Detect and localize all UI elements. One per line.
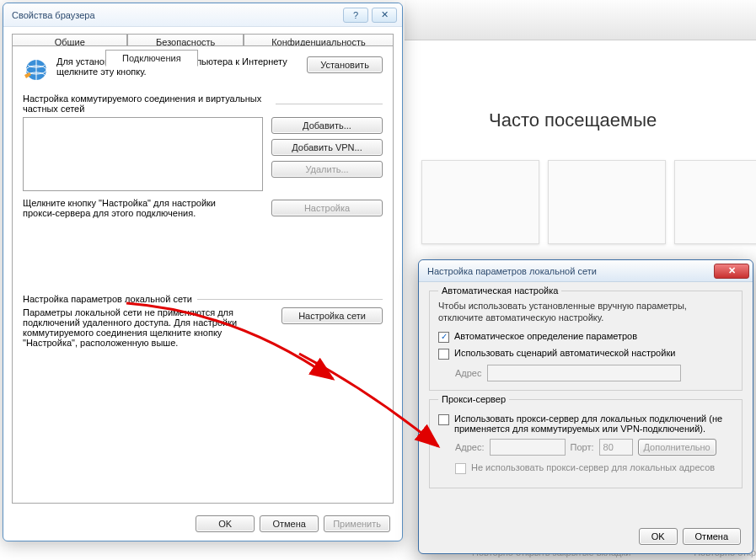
dialog-title: Настройка параметров локальной сети <box>427 266 714 276</box>
bypass-local-checkbox <box>455 463 466 474</box>
ok-button[interactable]: OK <box>196 515 255 532</box>
proxy-advanced-button: Дополнительно <box>638 439 716 456</box>
ok-button[interactable]: OK <box>639 528 678 545</box>
browser-toolbar <box>405 0 756 40</box>
delete-button: Удалить... <box>271 161 383 178</box>
help-button[interactable]: ? <box>343 8 368 23</box>
add-vpn-button[interactable]: Добавить VPN... <box>271 139 383 156</box>
thumbnails-row <box>421 160 756 244</box>
dialog-title: Свойства браузера <box>12 10 340 20</box>
proxy-address-input <box>490 439 566 456</box>
proxy-port-input <box>599 439 633 456</box>
proxy-address-label: Адрес: <box>455 442 485 452</box>
proxy-group: Прокси-сервер Использовать прокси-сервер… <box>429 399 743 488</box>
lan-label: Настройка параметров локальной сети <box>23 294 197 304</box>
tab-connections[interactable]: Подключения <box>105 50 199 67</box>
auto-config-group: Автоматическая настройка Чтобы использов… <box>429 291 743 391</box>
cancel-button[interactable]: Отмена <box>260 515 319 532</box>
auto-detect-checkbox[interactable] <box>438 332 449 343</box>
cancel-button[interactable]: Отмена <box>683 528 741 545</box>
use-proxy-checkbox[interactable] <box>438 414 449 425</box>
bypass-local-label: Не использовать прокси-сервер для локаль… <box>471 462 715 472</box>
connections-panel: Для установки подключения компьютера к И… <box>12 45 394 504</box>
script-address-input <box>487 365 681 381</box>
lan-settings-button[interactable]: Настройка сети <box>281 307 383 324</box>
proxy-port-label: Порт: <box>571 442 594 452</box>
use-proxy-label: Использовать прокси-сервер для локальных… <box>454 413 733 434</box>
thumbnail[interactable] <box>674 160 756 244</box>
lan-settings-dialog: Настройка параметров локальной сети ✕ Ав… <box>418 259 753 554</box>
proxy-legend: Прокси-сервер <box>438 394 509 404</box>
auto-script-label: Использовать сценарий автоматической нас… <box>454 348 675 358</box>
add-button[interactable]: Добавить... <box>271 117 383 134</box>
dialog-titlebar[interactable]: Свойства браузера ? ✕ <box>3 3 402 27</box>
apply-button: Применить <box>324 515 390 532</box>
auto-script-checkbox[interactable] <box>438 349 449 360</box>
close-button[interactable]: ✕ <box>714 264 749 279</box>
settings-button: Настройка <box>271 200 383 216</box>
thumbnail[interactable] <box>548 160 666 244</box>
auto-detect-label: Автоматическое определение параметров <box>454 331 637 341</box>
dialup-hint: Щелкните кнопку "Настройка" для настройк… <box>23 198 250 218</box>
thumbnail[interactable] <box>421 160 539 244</box>
setup-button[interactable]: Установить <box>307 56 383 73</box>
lan-text: Параметры локальной сети не применяются … <box>23 307 273 348</box>
dialog-titlebar[interactable]: Настройка параметров локальной сети ✕ <box>419 260 753 282</box>
frequent-heading: Часто посещаемые <box>489 109 657 131</box>
address-label: Адрес <box>455 368 482 378</box>
dialup-label: Настройка коммутируемого соединения и ви… <box>23 93 276 114</box>
connections-listbox[interactable] <box>23 117 263 191</box>
internet-properties-dialog: Свойства браузера ? ✕ Общие Безопасность… <box>3 3 403 541</box>
auto-config-legend: Автоматическая настройка <box>438 285 561 296</box>
auto-config-note: Чтобы использовать установленные вручную… <box>438 300 733 324</box>
globe-icon <box>23 56 50 83</box>
close-button[interactable]: ✕ <box>372 8 397 23</box>
